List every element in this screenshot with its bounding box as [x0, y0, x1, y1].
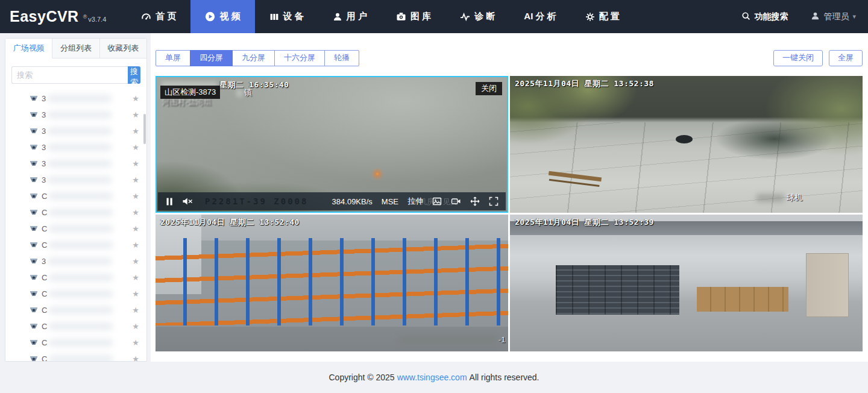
camera-name-prefix: C [42, 289, 47, 298]
osd-timestamp: 2025年11月04日 星期二 13:52:38 [515, 78, 654, 89]
star-icon[interactable]: ★ [132, 306, 139, 315]
list-item[interactable]: C★ [5, 269, 146, 286]
screen-layout-group: 单屏 四分屏 九分屏 十六分屏 轮播 [156, 50, 359, 66]
list-item[interactable]: 3★ [5, 90, 146, 107]
function-search-button[interactable]: 功能搜索 [741, 11, 788, 22]
video-cell-2[interactable]: 2025年11月04日 星期二 13:52:38 球机 [510, 76, 863, 213]
star-icon[interactable]: ★ [132, 354, 139, 361]
ptz-pan-icon[interactable] [470, 196, 480, 206]
list-item[interactable]: C★ [5, 351, 146, 361]
camera-name-prefix: 3 [42, 110, 46, 119]
layout-single-button[interactable]: 单屏 [156, 50, 190, 66]
blurred-camera-name [47, 175, 112, 184]
gallery-icon [396, 11, 406, 22]
list-item[interactable]: C★ [5, 286, 146, 302]
star-icon[interactable]: ★ [132, 224, 139, 233]
app-version: ®v3.7.4 [83, 14, 107, 23]
diagnosis-icon [460, 11, 470, 22]
video-cell-1[interactable]: 星期二 16:35:40 山区检测-3873 镇 河图村-盐湾组 关闭 1F机房… [156, 76, 508, 213]
list-item[interactable]: 3★ [5, 253, 146, 269]
nav-item-ai-analysis[interactable]: AI 分 析 [509, 0, 570, 33]
dome-camera-icon [30, 128, 38, 135]
list-item[interactable]: 3★ [5, 156, 146, 172]
search-input[interactable] [11, 66, 128, 84]
camera-name-prefix: 3 [42, 175, 46, 184]
video-cell-3[interactable]: 2025年11月04日 星期二 13:52:40 -1 [156, 215, 508, 351]
layout-nine-button[interactable]: 九分屏 [232, 50, 275, 66]
layout-quad-button[interactable]: 四分屏 [190, 50, 233, 66]
nav-item-settings[interactable]: 配 置 [571, 0, 634, 33]
star-icon[interactable]: ★ [132, 127, 139, 136]
list-item[interactable]: 3★ [5, 123, 146, 139]
star-icon[interactable]: ★ [132, 257, 139, 266]
pause-icon[interactable] [165, 197, 174, 206]
camera-sidebar: 广场视频 分组列表 收藏列表 搜索 3★3★3★3★3★3★C★C★C★C★3★… [5, 38, 147, 362]
fullscreen-video-icon[interactable] [489, 196, 498, 206]
star-icon[interactable]: ★ [132, 273, 139, 282]
search-button[interactable]: 搜索 [128, 66, 140, 84]
blurred-label-part [400, 336, 496, 344]
camera-name-prefix: 3 [42, 257, 46, 266]
admin-menu[interactable]: 管理员 ▾ [811, 11, 856, 22]
fullscreen-button[interactable]: 全屏 [829, 50, 863, 66]
blurred-camera-name [47, 127, 112, 136]
osd-camera-label: 球机 [756, 192, 802, 203]
camera-name-prefix: C [42, 322, 47, 331]
tab-favorites-list[interactable]: 收藏列表 [100, 39, 146, 58]
star-icon[interactable]: ★ [132, 289, 139, 298]
star-icon[interactable]: ★ [132, 175, 139, 184]
nav-item-diagnosis[interactable]: 诊 断 [445, 0, 509, 33]
page-footer: Copyright © 2025 www.tsingsee.com All ri… [0, 362, 868, 393]
star-icon[interactable]: ★ [132, 208, 139, 217]
close-video-button[interactable]: 关闭 [476, 82, 502, 95]
dome-camera-icon [30, 258, 38, 265]
chevron-down-icon: ▾ [852, 13, 856, 20]
list-item[interactable]: C★ [5, 188, 146, 204]
blurred-label-part [756, 194, 784, 202]
tab-square-video[interactable]: 广场视频 [5, 39, 52, 58]
nav-item-home[interactable]: 首 页 [127, 0, 190, 33]
navbar-right: 功能搜索 管理员 ▾ [741, 11, 868, 22]
list-item[interactable]: C★ [5, 302, 146, 318]
tab-group-list[interactable]: 分组列表 [52, 39, 99, 58]
dome-camera-icon [30, 144, 38, 151]
list-item[interactable]: C★ [5, 335, 146, 351]
sidebar-scrollbar[interactable] [143, 114, 146, 144]
list-item[interactable]: C★ [5, 237, 146, 253]
star-icon[interactable]: ★ [132, 110, 139, 119]
muted-speaker-icon[interactable] [182, 196, 193, 206]
camera-list: 3★3★3★3★3★3★C★C★C★C★3★C★C★C★C★C★C★ [5, 89, 146, 361]
star-icon[interactable]: ★ [132, 192, 139, 201]
list-item[interactable]: C★ [5, 204, 146, 221]
blurred-camera-name [48, 322, 113, 331]
list-item[interactable]: 3★ [5, 107, 146, 123]
nav-item-device[interactable]: 设 备 [255, 0, 318, 33]
rights-text: All rights reserved. [470, 373, 539, 382]
blurred-camera-name [48, 338, 113, 347]
layout-sixteen-button[interactable]: 十六分屏 [274, 50, 325, 66]
tsingsee-link[interactable]: www.tsingsee.com [397, 373, 467, 382]
top-navbar: EasyCVR ®v3.7.4 首 页 视 频 设 备 用 户 图 库 诊 断 … [0, 0, 868, 33]
list-item[interactable]: C★ [5, 318, 146, 335]
star-icon[interactable]: ★ [132, 241, 139, 250]
protocol-selector[interactable]: MSE [382, 197, 398, 206]
star-icon[interactable]: ★ [132, 159, 139, 168]
nav-item-gallery[interactable]: 图 库 [382, 0, 445, 33]
dome-camera-icon [30, 323, 38, 330]
list-item[interactable]: 3★ [5, 139, 146, 156]
nav-item-user[interactable]: 用 户 [318, 0, 382, 33]
star-icon[interactable]: ★ [132, 143, 139, 152]
nav-item-video[interactable]: 视 频 [190, 0, 254, 33]
star-icon[interactable]: ★ [132, 338, 139, 347]
star-icon[interactable]: ★ [132, 322, 139, 331]
video-cell-4[interactable]: 2025年11月04日 星期二 13:52:39 [510, 215, 863, 351]
list-item[interactable]: C★ [5, 221, 146, 237]
osd-timestamp: 2025年11月04日 星期二 13:52:40 [160, 217, 300, 228]
camera-name-prefix: C [42, 306, 47, 315]
layout-carousel-button[interactable]: 轮播 [324, 50, 359, 66]
list-item[interactable]: 3★ [5, 172, 146, 188]
camera-name-prefix: 3 [42, 143, 46, 152]
close-all-button[interactable]: 一键关闭 [773, 50, 823, 66]
star-icon[interactable]: ★ [132, 94, 139, 103]
camera-name-prefix: 3 [42, 127, 46, 136]
